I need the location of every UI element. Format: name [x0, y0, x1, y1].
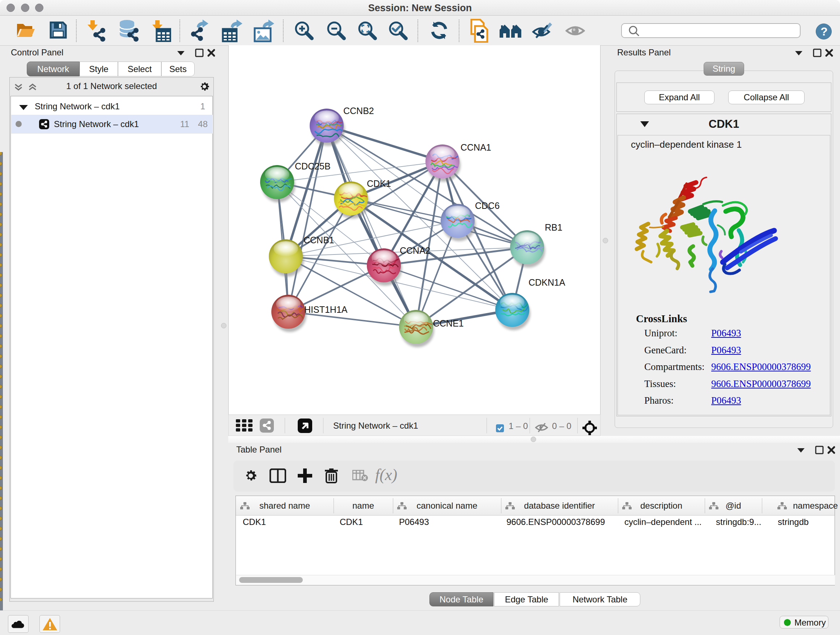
svg-text:CDC6: CDC6 — [475, 201, 500, 211]
svg-text:CCNB2: CCNB2 — [343, 106, 374, 116]
svg-text:CCNE1: CCNE1 — [433, 318, 464, 328]
svg-text:RB1: RB1 — [545, 222, 562, 233]
svg-text:CDK1: CDK1 — [367, 179, 391, 188]
svg-text:HIST1H1A: HIST1H1A — [304, 304, 347, 315]
svg-text:CCNA1: CCNA1 — [461, 142, 491, 152]
svg-text:CCNA2: CCNA2 — [400, 245, 431, 256]
svg-text:CCNB1: CCNB1 — [303, 235, 334, 245]
svg-text:CDC25B: CDC25B — [295, 161, 331, 171]
svg-text:CDKN1A: CDKN1A — [529, 277, 565, 287]
